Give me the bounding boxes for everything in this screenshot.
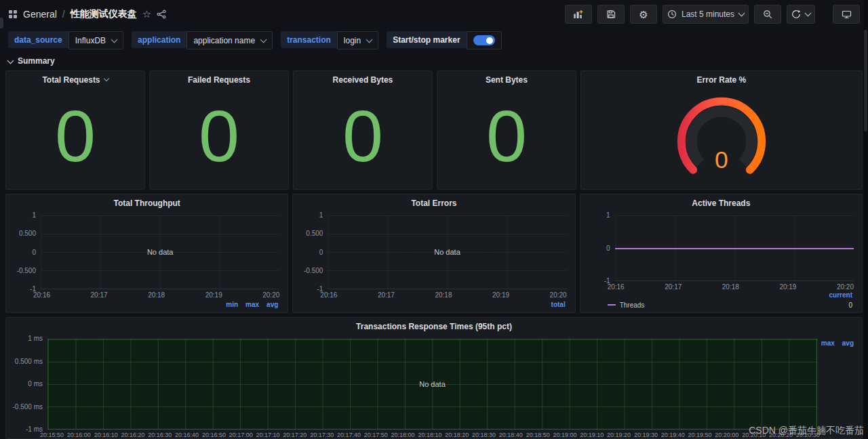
- y-axis: 10-1: [586, 212, 615, 285]
- legend-item[interactable]: Threads: [608, 301, 645, 309]
- x-tick-label: 20:19: [205, 291, 222, 299]
- variable-label: Start/stop marker: [387, 31, 466, 48]
- share-icon[interactable]: [157, 9, 166, 19]
- zoom-out-button[interactable]: [754, 5, 781, 24]
- variable-marker: Start/stop marker: [387, 31, 501, 49]
- panel-title[interactable]: Active Threads: [692, 198, 750, 208]
- x-tick-label: 20:20: [550, 291, 567, 299]
- dashboard-settings-button[interactable]: ⚙: [630, 5, 657, 24]
- x-tick-label: 20:17:20: [283, 432, 307, 438]
- stat-value: 0: [150, 88, 288, 189]
- panel-title[interactable]: Error Rate %: [697, 75, 747, 85]
- panel-header[interactable]: Failed Requests: [150, 71, 288, 88]
- y-axis: 1 ms0.500 ms0 ms-0.500 ms-1 ms: [12, 335, 47, 433]
- marker-toggle-wrap: [467, 31, 502, 49]
- chevron-down-icon: [366, 36, 373, 43]
- x-tick-label: 20:20:20: [769, 432, 793, 438]
- plot-area[interactable]: No data: [328, 215, 566, 289]
- variable-label: data_source: [8, 31, 68, 48]
- application-dropdown[interactable]: application name: [186, 31, 273, 49]
- chart-body: 10-1: [580, 211, 862, 281]
- panel-header[interactable]: Transactions Response Times (95th pct): [6, 318, 862, 335]
- plot-area[interactable]: No data: [41, 215, 279, 289]
- panel-header[interactable]: Sent Bytes: [437, 71, 576, 88]
- add-panel-button[interactable]: [565, 5, 592, 24]
- save-dashboard-button[interactable]: [597, 5, 625, 24]
- panel-row-1: Total Requests 0 Failed Requests 0 Recei…: [5, 70, 863, 190]
- apps-grid-icon[interactable]: [8, 9, 18, 19]
- panel-header[interactable]: Total Throughput: [6, 194, 288, 211]
- x-axis: 20:15:5020:16:0020:16:1020:16:2020:16:30…: [6, 430, 862, 438]
- panel-header[interactable]: Received Bytes: [294, 71, 432, 88]
- panel-error-rate: Error Rate % 0: [580, 70, 863, 190]
- x-tick-label: 20:18: [148, 291, 165, 299]
- x-tick-label: 20:15:50: [40, 432, 64, 438]
- legend-item[interactable]: total: [551, 301, 566, 308]
- x-axis: 20:1620:1720:1820:1920:20: [6, 289, 288, 299]
- dropdown-value: InfluxDB: [75, 36, 106, 45]
- x-tick-label: 20:19:10: [580, 432, 604, 438]
- refresh-button[interactable]: [787, 5, 815, 24]
- row-header-summary[interactable]: Summary: [0, 55, 868, 70]
- tv-mode-button[interactable]: [833, 5, 860, 24]
- dropdown-value: login: [344, 36, 361, 45]
- panel-title[interactable]: Sent Bytes: [486, 75, 528, 85]
- gear-icon: ⚙: [639, 9, 648, 20]
- variables-row: data_source InfluxDB application applica…: [0, 28, 868, 55]
- panel-title[interactable]: Received Bytes: [333, 75, 393, 85]
- x-tick-label: 20:18:50: [526, 432, 550, 438]
- y-tick-label: 0.500: [19, 230, 36, 237]
- breadcrumb-separator: /: [62, 9, 65, 20]
- marker-toggle[interactable]: [473, 35, 495, 45]
- legend: minmaxavg: [6, 299, 288, 312]
- chart-body: 10.5000-0.500-1 No data: [293, 211, 574, 289]
- legend-column-header[interactable]: current: [608, 291, 852, 300]
- dashboard-grid: Total Requests 0 Failed Requests 0 Recei…: [0, 70, 868, 439]
- sidebar-handle[interactable]: [0, 18, 3, 28]
- star-icon[interactable]: ☆: [142, 8, 151, 20]
- x-tick-label: 20:16:00: [67, 432, 91, 438]
- y-tick-label: -0.500: [304, 268, 323, 274]
- panel-total-errors: Total Errors 10.5000-0.500-1 No data 20:…: [292, 194, 575, 313]
- panel-header[interactable]: Error Rate %: [581, 71, 862, 88]
- x-tick-label: 20:19:40: [661, 432, 685, 438]
- y-tick-label: 0: [319, 249, 323, 256]
- x-tick-label: 20:20:10: [742, 432, 766, 438]
- x-tick-label: 20:17: [378, 291, 395, 299]
- breadcrumb-section[interactable]: General: [23, 9, 57, 20]
- legend-item[interactable]: avg: [842, 339, 854, 347]
- panel-title[interactable]: Failed Requests: [188, 75, 250, 85]
- time-range-picker[interactable]: Last 5 minutes: [663, 5, 749, 24]
- no-data-label: No data: [147, 248, 174, 256]
- data-source-dropdown[interactable]: InfluxDB: [68, 31, 123, 49]
- legend-item[interactable]: min: [226, 301, 238, 308]
- x-tick-label: 20:17: [665, 283, 682, 291]
- plot-area[interactable]: [615, 215, 854, 281]
- panel-title[interactable]: Total Errors: [411, 198, 456, 208]
- panel-title[interactable]: Transactions Response Times (95th pct): [356, 322, 512, 331]
- dashboard-title[interactable]: 性能测试仪表盘: [71, 8, 137, 20]
- panel-title[interactable]: Total Throughput: [113, 198, 180, 208]
- x-tick-label: 20:19:00: [553, 432, 576, 438]
- x-axis: 20:1620:1720:1820:1920:20: [580, 281, 862, 291]
- clock-icon: [667, 9, 677, 19]
- legend-item[interactable]: max: [821, 339, 835, 347]
- x-tick-label: 20:19:50: [688, 432, 712, 438]
- row-header-label: Summary: [18, 56, 55, 66]
- panel-header[interactable]: Active Threads: [580, 194, 862, 211]
- no-data-label: No data: [434, 248, 460, 256]
- y-tick-label: 0: [32, 249, 36, 256]
- transaction-dropdown[interactable]: login: [337, 31, 378, 49]
- scrollbar-thumb[interactable]: [864, 30, 867, 131]
- legend-series-row: Threads 0: [608, 300, 852, 310]
- y-tick-label: 0.500: [306, 230, 323, 237]
- chevron-down-icon: [738, 10, 745, 17]
- legend-item[interactable]: avg: [267, 301, 278, 308]
- panel-title[interactable]: Total Requests: [42, 75, 100, 85]
- panel-header[interactable]: Total Requests: [6, 71, 144, 88]
- plot-area[interactable]: No data: [47, 339, 817, 430]
- panel-header[interactable]: Total Errors: [293, 194, 574, 211]
- legend-item[interactable]: max: [245, 301, 259, 308]
- panel-active-threads: Active Threads 10-1 20:1620:1720:1820:19…: [580, 194, 863, 313]
- scrollbar[interactable]: [863, 0, 868, 439]
